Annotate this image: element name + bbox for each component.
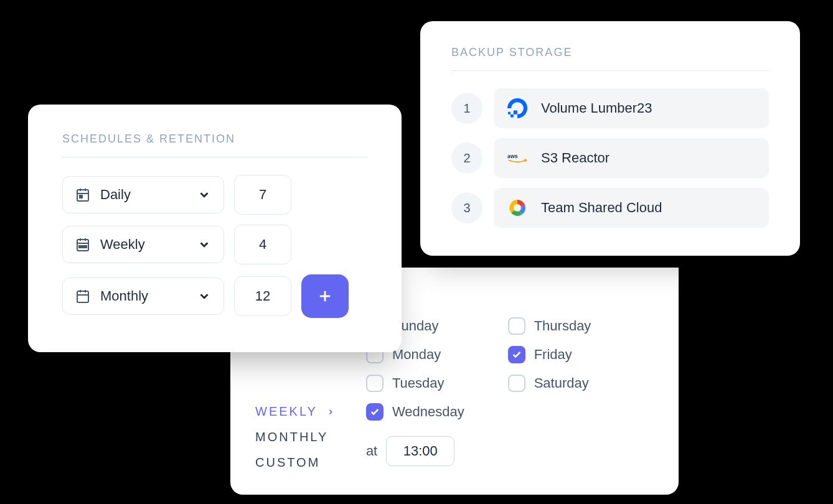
day-label: Wednesday: [392, 404, 464, 420]
schedule-row-weekly: Weekly 4: [62, 225, 367, 264]
calendar-icon: [75, 187, 90, 202]
svg-text:aws: aws: [507, 153, 518, 159]
schedule-select[interactable]: Daily: [62, 176, 224, 213]
frequency-custom[interactable]: CUSTOM: [255, 455, 335, 470]
frequency-weekly[interactable]: WEEKLY: [255, 404, 335, 419]
day-label: Friday: [534, 347, 572, 363]
checkbox[interactable]: [366, 375, 384, 392]
at-label: at: [366, 443, 377, 459]
frequency-label: CUSTOM: [255, 455, 320, 470]
storage-row: 2 aws S3 Reactor: [451, 138, 769, 178]
aws-icon: aws: [507, 148, 527, 168]
time-row: at 13:00: [366, 436, 606, 466]
schedule-select[interactable]: Monthly: [62, 278, 224, 315]
days-section: Sunday Thursday Monday Friday: [366, 317, 606, 470]
svg-rect-9: [79, 246, 87, 248]
calendar-icon: [75, 237, 90, 252]
retention-value[interactable]: 12: [234, 276, 291, 316]
frequency-label: MONTHLY: [255, 430, 328, 444]
storage-name: Volume Lumber23: [541, 100, 652, 116]
check-icon: [370, 407, 380, 417]
storage-card: BACKUP STORAGE 1 Volume Lumber23 2 aws S…: [420, 21, 800, 256]
retention-value[interactable]: 7: [234, 175, 291, 215]
day-tuesday[interactable]: Tuesday: [366, 375, 464, 392]
svg-point-18: [514, 204, 521, 212]
storage-row: 1 Volume Lumber23: [451, 88, 769, 128]
storage-title: BACKUP STORAGE: [451, 46, 769, 71]
frequency-monthly[interactable]: MONTHLY: [255, 430, 335, 444]
storage-name: S3 Reactor: [541, 150, 609, 166]
plus-icon: [316, 287, 334, 305]
schedule-row-monthly: Monthly 12: [62, 274, 367, 318]
calendar-icon: [75, 289, 90, 304]
schedules-title: SCHEDULES & RETENTION: [62, 133, 367, 157]
add-schedule-button[interactable]: [301, 274, 349, 318]
storage-item-digitalocean[interactable]: Volume Lumber23: [494, 88, 769, 128]
chevron-down-icon: [197, 238, 211, 251]
digitalocean-icon: [507, 98, 527, 118]
google-cloud-icon: [507, 198, 527, 218]
storage-order: 1: [451, 93, 482, 124]
day-label: Thursday: [534, 318, 591, 334]
time-input[interactable]: 13:00: [386, 436, 454, 466]
checkbox[interactable]: [508, 375, 525, 392]
checkbox[interactable]: [508, 346, 525, 363]
day-label: Saturday: [534, 375, 589, 391]
day-label: Monday: [392, 347, 441, 363]
schedule-label: Monthly: [100, 288, 187, 304]
schedule-select[interactable]: Weekly: [62, 226, 224, 263]
svg-rect-10: [77, 291, 88, 302]
storage-order: 3: [451, 192, 482, 223]
check-icon: [512, 350, 522, 360]
day-thursday[interactable]: Thursday: [508, 317, 606, 335]
day-saturday[interactable]: Saturday: [508, 375, 606, 392]
schedule-label: Daily: [100, 187, 187, 203]
schedule-row-daily: Daily 7: [62, 175, 367, 215]
day-label: Tuesday: [392, 375, 445, 391]
chevron-down-icon: [197, 188, 211, 202]
schedule-label: Weekly: [100, 236, 187, 253]
storage-item-aws[interactable]: aws S3 Reactor: [494, 138, 769, 178]
checkbox[interactable]: [508, 317, 525, 335]
storage-item-gcloud[interactable]: Team Shared Cloud: [494, 188, 769, 228]
retention-value[interactable]: 4: [234, 225, 291, 264]
frequency-label: WEEKLY: [255, 404, 318, 419]
svg-rect-4: [80, 195, 82, 198]
storage-order: 2: [451, 142, 482, 174]
checkbox[interactable]: [366, 403, 384, 421]
chevron-right-icon: [326, 408, 335, 416]
day-friday[interactable]: Friday: [508, 346, 606, 363]
day-wednesday[interactable]: Wednesday: [366, 403, 464, 421]
chevron-down-icon: [197, 289, 211, 303]
storage-row: 3 Team Shared Cloud: [451, 188, 769, 228]
storage-name: Team Shared Cloud: [541, 200, 662, 216]
schedules-card: SCHEDULES & RETENTION Daily 7 Weekly 4 M…: [28, 105, 402, 352]
